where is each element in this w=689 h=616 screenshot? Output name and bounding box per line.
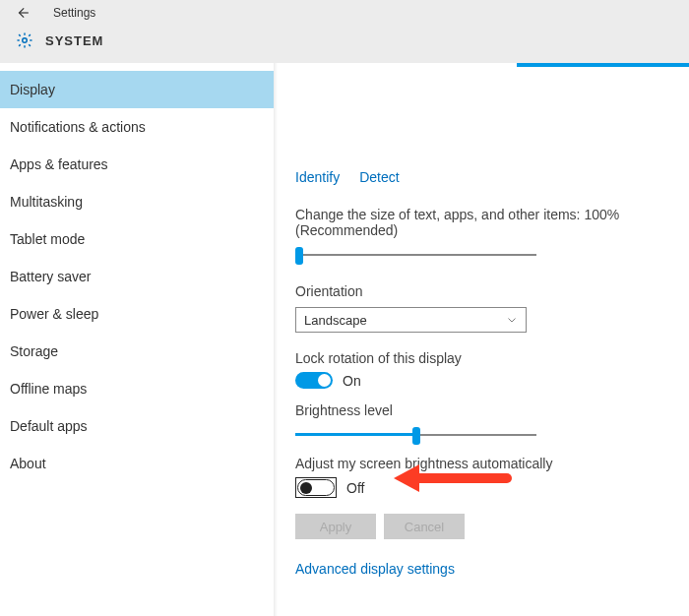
- auto-brightness-toggle[interactable]: [295, 477, 337, 498]
- orientation-label: Orientation: [295, 283, 689, 299]
- auto-brightness-value: Off: [346, 480, 364, 496]
- header: Settings SYSTEM: [0, 0, 689, 63]
- window-title: Settings: [53, 6, 95, 20]
- section-header: SYSTEM: [0, 31, 689, 49]
- sidebar-item-notifications-actions[interactable]: Notifications & actions: [0, 108, 274, 146]
- sidebar: DisplayNotifications & actionsApps & fea…: [0, 63, 274, 616]
- lock-toggle[interactable]: [295, 372, 333, 389]
- orientation-value: Landscape: [304, 313, 367, 328]
- back-icon[interactable]: [16, 6, 30, 20]
- scale-slider[interactable]: [295, 248, 536, 262]
- accent-bar: [517, 63, 689, 67]
- sidebar-item-power-sleep[interactable]: Power & sleep: [0, 295, 274, 333]
- orientation-select[interactable]: Landscape: [295, 307, 527, 333]
- display-links: Identify Detect: [295, 169, 689, 185]
- gear-icon: [16, 31, 33, 49]
- sidebar-item-battery-saver[interactable]: Battery saver: [0, 258, 274, 295]
- chevron-down-icon: [506, 314, 518, 326]
- apply-button[interactable]: Apply: [295, 514, 376, 539]
- sidebar-item-offline-maps[interactable]: Offline maps: [0, 370, 274, 407]
- detect-link[interactable]: Detect: [359, 169, 399, 185]
- scale-label: Change the size of text, apps, and other…: [295, 207, 689, 238]
- sidebar-item-display[interactable]: Display: [0, 71, 274, 108]
- brightness-label: Brightness level: [295, 402, 689, 418]
- sidebar-item-default-apps[interactable]: Default apps: [0, 407, 274, 445]
- content-pane: Identify Detect Change the size of text,…: [274, 63, 689, 616]
- sidebar-item-apps-features[interactable]: Apps & features: [0, 146, 274, 183]
- brightness-slider[interactable]: [295, 428, 536, 442]
- svg-point-0: [23, 38, 28, 43]
- sidebar-item-multitasking[interactable]: Multitasking: [0, 183, 274, 220]
- lock-label: Lock rotation of this display: [295, 350, 689, 366]
- advanced-link[interactable]: Advanced display settings: [295, 561, 689, 577]
- lock-value: On: [343, 373, 361, 389]
- section-title: SYSTEM: [45, 33, 103, 48]
- sidebar-item-tablet-mode[interactable]: Tablet mode: [0, 220, 274, 258]
- sidebar-item-about[interactable]: About: [0, 445, 274, 482]
- auto-brightness-label: Adjust my screen brightness automaticall…: [295, 456, 689, 471]
- identify-link[interactable]: Identify: [295, 169, 340, 185]
- sidebar-item-storage[interactable]: Storage: [0, 333, 274, 370]
- titlebar: Settings: [0, 6, 689, 20]
- cancel-button[interactable]: Cancel: [384, 514, 465, 539]
